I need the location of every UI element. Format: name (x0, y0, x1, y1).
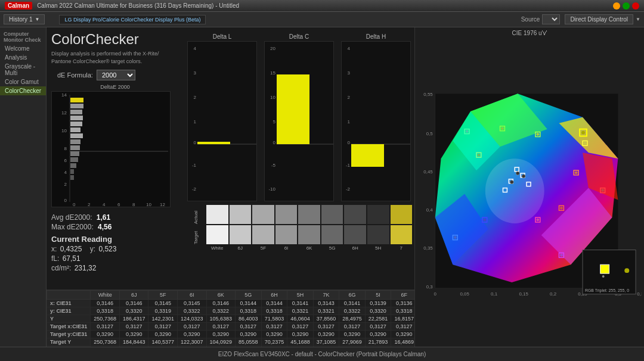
svg-text:0: 0 (348, 140, 351, 145)
target-swatch-3 (275, 225, 298, 244)
col-header-5h: 5H (287, 291, 314, 300)
center-body: ColorChecker Display analysis is perform… (47, 27, 414, 361)
avg-de-value: 1,61 (97, 213, 110, 222)
svg-point-121 (602, 275, 605, 278)
de-formula-select[interactable]: 2000 ITP 76 94 (97, 70, 135, 80)
display-ctrl-label: Direct Display Control (565, 14, 633, 24)
cell-0-5: 0,3144 (236, 300, 262, 307)
delta-charts-row: Delta L 4 3 2 1 0 -1 -2 (186, 30, 412, 203)
minimize-button[interactable] (613, 2, 620, 10)
svg-text:0,2: 0,2 (550, 291, 556, 297)
cell-2-8: 37,8560 (313, 315, 339, 323)
sidebar-item-grayscale[interactable]: Grayscale - Multi (0, 62, 46, 77)
svg-rect-29 (70, 169, 74, 174)
svg-text:-2: -2 (346, 186, 351, 192)
svg-text:-10: -10 (268, 186, 275, 192)
cell-0-7: 0,3141 (287, 300, 314, 307)
max-de-row: Max dE2000: 4,56 (51, 223, 179, 231)
svg-rect-22 (70, 127, 80, 132)
cell-0-8: 0,3143 (313, 300, 339, 307)
sidebar-item-colorchecker[interactable]: ColorChecker (0, 86, 46, 95)
cell-3-0: 0,3127 (91, 323, 120, 331)
delta-l-svg: 4 3 2 1 0 -1 -2 (187, 41, 257, 201)
cell-1-5: 0,3318 (236, 307, 262, 315)
page-title: ColorChecker (51, 31, 179, 48)
sidebar-item-analysis[interactable]: Analysis (0, 53, 46, 62)
maximize-button[interactable] (623, 2, 630, 10)
svg-text:4: 4 (348, 46, 351, 51)
svg-point-113 (483, 219, 486, 222)
cc-right-panel: Delta L 4 3 2 1 0 -1 -2 (184, 27, 414, 290)
table-row-1: y: CIE310,33180,33200,33190,33220,33220,… (47, 307, 415, 315)
cell-label-3: Target x:CIE31 (47, 323, 91, 331)
svg-text:4: 4 (64, 170, 67, 175)
cell-3-9: 0,3127 (339, 323, 366, 331)
delta-h-title: Delta H (366, 33, 386, 40)
swatch-name-7: 5H (367, 245, 389, 251)
svg-text:-1: -1 (346, 163, 351, 168)
svg-point-117 (581, 131, 585, 135)
window-buttons (613, 2, 639, 10)
svg-text:6: 6 (117, 202, 120, 207)
target-swatch-6 (344, 225, 366, 244)
svg-text:2: 2 (88, 202, 91, 207)
cell-label-2: Y (47, 315, 91, 323)
cell-4-11: 0,3290 (391, 331, 414, 338)
svg-rect-30 (70, 175, 74, 180)
table-row-5: Target Y250,7368184,8443140,5377122,3007… (47, 338, 415, 346)
svg-text:6: 6 (64, 158, 67, 163)
cdm2-label: cd/m²: (51, 264, 71, 272)
svg-rect-49 (277, 74, 309, 144)
titlebar: Calman Calman 2022 Calman Ultimate for B… (0, 0, 644, 12)
cell-2-1: 186,4317 (119, 315, 148, 323)
actual-swatch-3 (275, 205, 298, 224)
target-swatch-8 (391, 225, 413, 244)
close-button[interactable] (632, 2, 639, 10)
cell-1-8: 0,3321 (313, 307, 339, 315)
svg-text:-2: -2 (192, 186, 197, 192)
swatch-name-4: 6K (298, 245, 320, 251)
col-header-6f: 6F (391, 291, 414, 300)
app-logo: Calman (5, 2, 32, 10)
cell-1-3: 0,3322 (178, 307, 207, 315)
source-select[interactable] (542, 14, 560, 24)
swatch-name-6: 6H (344, 245, 366, 251)
cell-5-0: 250,7368 (91, 338, 120, 346)
swatch-name-1: 6J (230, 245, 252, 251)
cell-1-4: 0,3322 (206, 307, 236, 315)
svg-rect-31 (70, 98, 83, 102)
svg-rect-40 (197, 142, 230, 144)
cell-0-9: 0,3141 (339, 300, 366, 307)
swatch-name-0: White (206, 245, 228, 251)
svg-text:RGB Triplet: 255, 255, 0: RGB Triplet: 255, 255, 0 (585, 288, 629, 293)
svg-point-91 (516, 172, 519, 175)
svg-text:14: 14 (61, 92, 67, 98)
window-title: Calman 2022 Calman Ultimate for Business… (37, 2, 613, 9)
display-ctrl-dropdown-icon[interactable]: ▼ (636, 17, 640, 22)
svg-point-111 (575, 171, 578, 174)
swatch-names-row: White 6J 5F 6I 6K 5G 6H 5H 7 (186, 245, 412, 251)
cell-4-7: 0,3290 (287, 331, 314, 338)
cell-0-11: 0,3136 (391, 300, 414, 307)
statusbar: EIZO FlexScan EV3450XC - default - Color… (0, 347, 644, 361)
target-swatch-2 (252, 225, 274, 244)
target-label: Target (186, 225, 205, 244)
swatches-section: Actual (186, 203, 412, 253)
cell-0-1: 0,3146 (119, 300, 148, 307)
sidebar-section-monitor: Computer Monitor Check (0, 30, 46, 44)
history-dropdown-icon[interactable]: ▼ (35, 17, 39, 22)
svg-text:20: 20 (270, 46, 275, 51)
sidebar-item-welcome[interactable]: Welcome (0, 44, 46, 53)
actual-swatch-1 (230, 205, 252, 224)
sidebar-item-colorgamut[interactable]: Color Gamut (0, 77, 46, 86)
y-value: 0,523 (98, 245, 116, 253)
body-area: Computer Monitor Check Welcome Analysis … (0, 27, 644, 361)
cell-5-2: 140,5377 (148, 338, 178, 346)
cell-3-2: 0,3127 (148, 323, 178, 331)
cell-5-6: 70,2375 (261, 338, 287, 346)
x-value: 0,4325 (60, 245, 82, 253)
history-button[interactable]: History 1 ▼ (4, 14, 45, 24)
cell-1-10: 0,3320 (365, 307, 391, 315)
table-row-0: x: CIE310,31460,31460,31450,31450,31460,… (47, 300, 415, 307)
col-header-7k: 7K (313, 291, 339, 300)
